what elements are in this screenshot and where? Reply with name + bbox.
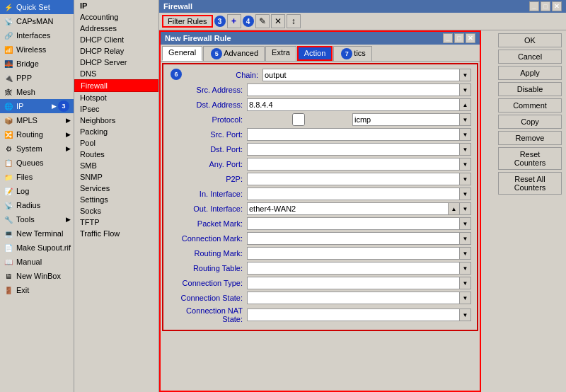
- sidebar-item-tools[interactable]: 🔧 Tools ▶: [0, 212, 74, 226]
- connection-nat-state-input[interactable]: [247, 309, 460, 321]
- sidebar-item-wireless[interactable]: 📶 Wireless: [0, 42, 74, 57]
- sidebar-item-radius[interactable]: 📡 Radius: [0, 198, 74, 212]
- ip-submenu-ipsec[interactable]: IPsec: [74, 103, 158, 115]
- sidebar-item-new-winbox[interactable]: 🖥 New WinBox: [0, 269, 74, 283]
- sidebar-item-exit[interactable]: 🚪 Exit: [0, 283, 74, 297]
- ip-submenu-dhcp-client[interactable]: DHCP Client: [74, 34, 158, 45]
- any-port-dropdown-btn[interactable]: ▼: [460, 158, 471, 171]
- protocol-input[interactable]: [352, 113, 460, 126]
- sidebar-item-ppp[interactable]: 🔌 PPP: [0, 71, 74, 85]
- routing-table-dropdown-btn[interactable]: ▼: [460, 262, 471, 275]
- sidebar-item-mpls[interactable]: 📦 MPLS ▶: [0, 113, 74, 127]
- sidebar-item-manual[interactable]: 📖 Manual: [0, 255, 74, 269]
- out-interface-input[interactable]: [247, 202, 449, 215]
- ip-submenu-neighbors[interactable]: Neighbors: [74, 115, 158, 126]
- sidebar-item-log[interactable]: 📝 Log: [0, 184, 74, 198]
- ip-submenu-packing[interactable]: Packing: [74, 126, 158, 137]
- ip-submenu-routes[interactable]: Routes: [74, 149, 158, 160]
- connection-type-input[interactable]: [247, 277, 460, 289]
- tab-extra[interactable]: Extra: [265, 46, 296, 61]
- sidebar-item-system[interactable]: ⚙ System ▶: [0, 142, 74, 156]
- connection-mark-dropdown-btn[interactable]: ▼: [460, 232, 471, 245]
- sidebar-item-quickset[interactable]: ⚡ Quick Set: [0, 0, 74, 14]
- ip-submenu-services[interactable]: Services: [74, 183, 158, 194]
- move-button[interactable]: ↕: [287, 14, 301, 28]
- p2p-input[interactable]: [247, 173, 460, 185]
- delete-button[interactable]: ✕: [271, 14, 285, 28]
- connection-mark-input[interactable]: [247, 232, 460, 245]
- dst-address-input[interactable]: [247, 98, 460, 111]
- sidebar-item-interfaces[interactable]: 🔗 Interfaces: [0, 28, 74, 42]
- sidebar-item-mesh[interactable]: 🕸 Mesh: [0, 85, 74, 99]
- p2p-dropdown-btn[interactable]: ▼: [460, 173, 471, 185]
- ip-submenu-addresses[interactable]: Addresses: [74, 23, 158, 34]
- copy-button[interactable]: Copy: [498, 115, 562, 129]
- disable-button[interactable]: Disable: [498, 82, 562, 96]
- ip-submenu-traffic-flow[interactable]: Traffic Flow: [74, 228, 158, 239]
- routing-table-input[interactable]: [247, 262, 460, 275]
- in-interface-input[interactable]: [247, 188, 460, 200]
- sidebar-item-ip[interactable]: 🌐 IP ▶ 3: [0, 99, 74, 113]
- ip-submenu-firewall[interactable]: Firewall: [74, 79, 158, 92]
- sidebar-item-queues[interactable]: 📋 Queues: [0, 156, 74, 170]
- ip-submenu-hotspot[interactable]: Hotspot: [74, 92, 158, 103]
- any-port-input[interactable]: [247, 158, 460, 171]
- src-address-dropdown-btn[interactable]: ▼: [460, 83, 471, 96]
- chain-dropdown-btn[interactable]: ▼: [460, 69, 471, 81]
- src-port-input[interactable]: [247, 128, 460, 141]
- dialog-maximize-button[interactable]: □: [454, 33, 464, 43]
- ip-submenu-settings[interactable]: Settings: [74, 194, 158, 205]
- protocol-checkbox[interactable]: [247, 113, 350, 126]
- remove-button[interactable]: Remove: [498, 131, 562, 145]
- maximize-button[interactable]: □: [541, 1, 550, 11]
- cancel-button[interactable]: Cancel: [498, 50, 562, 64]
- dst-port-input[interactable]: [247, 143, 460, 156]
- dst-port-dropdown-btn[interactable]: ▼: [460, 143, 471, 156]
- src-address-input[interactable]: [247, 83, 460, 96]
- ip-submenu-dns[interactable]: DNS: [74, 68, 158, 79]
- sidebar-item-routing[interactable]: 🔀 Routing ▶: [0, 127, 74, 142]
- connection-nat-state-dropdown-btn[interactable]: ▼: [460, 309, 471, 321]
- ip-submenu-dhcp-relay[interactable]: DHCP Relay: [74, 45, 158, 57]
- filter-rules-button[interactable]: Filter Rules: [162, 15, 213, 28]
- tab-advanced[interactable]: 5Advanced: [203, 46, 265, 61]
- sidebar-item-bridge[interactable]: 🌉 Bridge: [0, 57, 74, 71]
- connection-state-dropdown-btn[interactable]: ▼: [460, 292, 471, 304]
- add-rule-button[interactable]: +: [227, 14, 241, 28]
- protocol-dropdown-btn[interactable]: ▼: [460, 113, 471, 126]
- tab-general[interactable]: General: [162, 46, 202, 61]
- tab-action[interactable]: Action: [297, 46, 333, 61]
- tab-statistics[interactable]: 7tics: [333, 46, 372, 61]
- routing-mark-input[interactable]: [247, 247, 460, 260]
- out-interface-dropdown-btn[interactable]: ▼: [460, 202, 471, 215]
- apply-button[interactable]: Apply: [498, 66, 562, 80]
- ip-submenu-smb[interactable]: SMB: [74, 160, 158, 171]
- minimize-button[interactable]: _: [529, 1, 539, 11]
- connection-state-input[interactable]: [247, 292, 460, 304]
- dialog-minimize-button[interactable]: _: [443, 33, 453, 43]
- dialog-close-button[interactable]: ✕: [466, 33, 475, 43]
- comment-button[interactable]: Comment: [498, 98, 562, 113]
- ip-submenu-pool[interactable]: Pool: [74, 137, 158, 149]
- connection-type-dropdown-btn[interactable]: ▼: [460, 277, 471, 289]
- src-port-dropdown-btn[interactable]: ▼: [460, 128, 471, 141]
- sidebar-item-make-supout[interactable]: 📄 Make Supout.rif: [0, 241, 74, 255]
- edit-button[interactable]: ✎: [255, 14, 270, 28]
- packet-mark-dropdown-btn[interactable]: ▼: [460, 217, 471, 230]
- ip-submenu-dhcp-server[interactable]: DHCP Server: [74, 57, 158, 68]
- reset-all-counters-button[interactable]: Reset All Counters: [498, 172, 562, 195]
- packet-mark-input[interactable]: [247, 217, 460, 230]
- in-interface-dropdown-btn[interactable]: ▼: [460, 188, 471, 200]
- chain-input[interactable]: [262, 69, 460, 81]
- ip-submenu-snmp[interactable]: SNMP: [74, 171, 158, 183]
- ip-submenu-accounting[interactable]: Accounting: [74, 11, 158, 23]
- ip-submenu-socks[interactable]: Socks: [74, 205, 158, 217]
- dst-address-dropdown-btn[interactable]: ▲: [460, 98, 471, 111]
- sidebar-item-new-terminal[interactable]: 💻 New Terminal: [0, 226, 74, 241]
- ok-button[interactable]: OK: [498, 33, 562, 47]
- sidebar-item-files[interactable]: 📁 Files: [0, 170, 74, 184]
- close-button[interactable]: ✕: [552, 1, 562, 11]
- reset-counters-button[interactable]: Reset Counters: [498, 147, 562, 170]
- sidebar-item-capsman[interactable]: 📡 CAPsMAN: [0, 14, 74, 28]
- out-interface-up-btn[interactable]: ▲: [449, 202, 460, 215]
